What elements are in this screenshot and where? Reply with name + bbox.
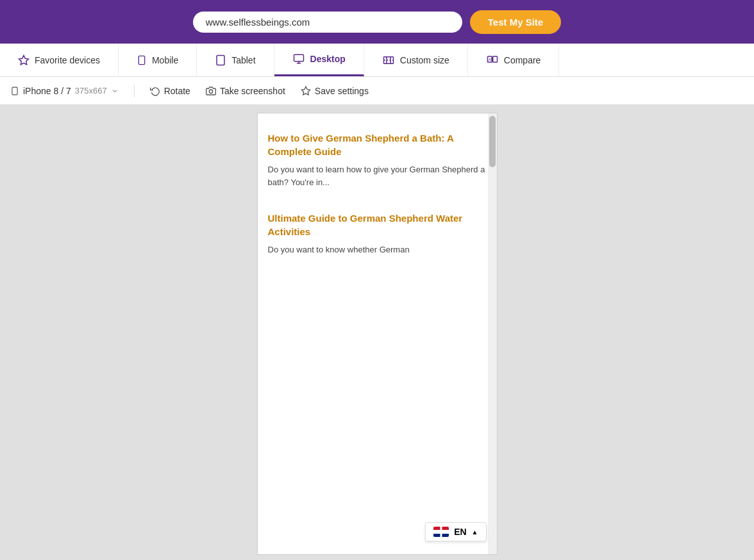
url-input[interactable]: www.selflessbeings.com [193, 12, 462, 33]
save-settings-button[interactable]: Save settings [301, 86, 369, 96]
device-nav: Favorite devices Mobile Tablet Desktop C… [0, 44, 754, 77]
nav-custom-size-label: Custom size [400, 55, 449, 65]
nav-mobile[interactable]: Mobile [119, 44, 197, 76]
device-selector[interactable]: iPhone 8 / 7 375x667 [10, 86, 119, 96]
main-area: How to Give German Shepherd a Bath: A Co… [0, 105, 754, 560]
toolbar: iPhone 8 / 7 375x667 Rotate Take screens… [0, 77, 754, 105]
svg-marker-0 [19, 55, 29, 64]
article-2-excerpt: Do you want to know whether German [268, 243, 487, 256]
blog-article-1: How to Give German Shepherd a Bath: A Co… [268, 124, 487, 188]
mobile-small-icon [10, 86, 19, 96]
chevron-up-icon: ▲ [472, 529, 478, 536]
take-screenshot-button[interactable]: Take screenshot [206, 86, 285, 96]
article-1-title[interactable]: How to Give German Shepherd a Bath: A Co… [268, 131, 487, 158]
blog-article-2: Ultimate Guide to German Shepherd Water … [268, 204, 487, 256]
device-size: 375x667 [75, 86, 107, 95]
nav-tablet-label: Tablet [231, 55, 255, 65]
nav-compare[interactable]: AB Compare [468, 44, 560, 76]
svg-rect-12 [12, 87, 17, 95]
svg-rect-5 [294, 54, 303, 62]
flag-icon [433, 527, 449, 537]
language-code: EN [454, 527, 466, 537]
camera-icon [206, 86, 216, 96]
language-switcher[interactable]: EN ▲ [425, 522, 486, 541]
top-bar: www.selflessbeings.com Test My Site [0, 0, 754, 44]
star-icon [18, 54, 29, 66]
article-2-title[interactable]: Ultimate Guide to German Shepherd Water … [268, 211, 487, 238]
rotate-button[interactable]: Rotate [150, 86, 190, 96]
nav-mobile-label: Mobile [152, 55, 178, 65]
nav-custom-size[interactable]: Custom size [364, 44, 468, 76]
preview-scrollbar[interactable] [488, 113, 497, 554]
device-name: iPhone 8 / 7 [23, 86, 71, 96]
blog-content: How to Give German Shepherd a Bath: A Co… [258, 113, 497, 282]
desktop-icon [292, 53, 305, 65]
svg-point-13 [209, 90, 212, 93]
nav-desktop[interactable]: Desktop [274, 44, 364, 76]
svg-text:AB: AB [489, 58, 492, 61]
compare-icon: AB [486, 54, 499, 66]
rotate-icon [150, 86, 160, 96]
mobile-preview: How to Give German Shepherd a Bath: A Co… [257, 113, 498, 555]
svg-marker-14 [301, 86, 310, 95]
nav-favorite-devices-label: Favorite devices [35, 55, 100, 65]
mobile-icon [137, 54, 147, 66]
nav-favorite-devices[interactable]: Favorite devices [0, 44, 119, 76]
bookmark-icon [301, 86, 311, 96]
nav-tablet[interactable]: Tablet [197, 44, 274, 76]
screenshot-label: Take screenshot [220, 86, 285, 96]
svg-rect-10 [493, 56, 498, 62]
toolbar-divider-1 [134, 85, 135, 97]
rotate-label: Rotate [164, 86, 190, 96]
custom-size-icon [382, 54, 395, 66]
save-label: Save settings [315, 86, 369, 96]
chevron-down-icon [111, 87, 119, 95]
test-my-site-button[interactable]: Test My Site [470, 10, 561, 34]
nav-desktop-label: Desktop [310, 54, 346, 64]
article-1-excerpt: Do you want to learn how to give your Ge… [268, 163, 487, 188]
nav-compare-label: Compare [504, 55, 541, 65]
tablet-icon [215, 54, 226, 66]
scrollbar-thumb [489, 116, 496, 167]
